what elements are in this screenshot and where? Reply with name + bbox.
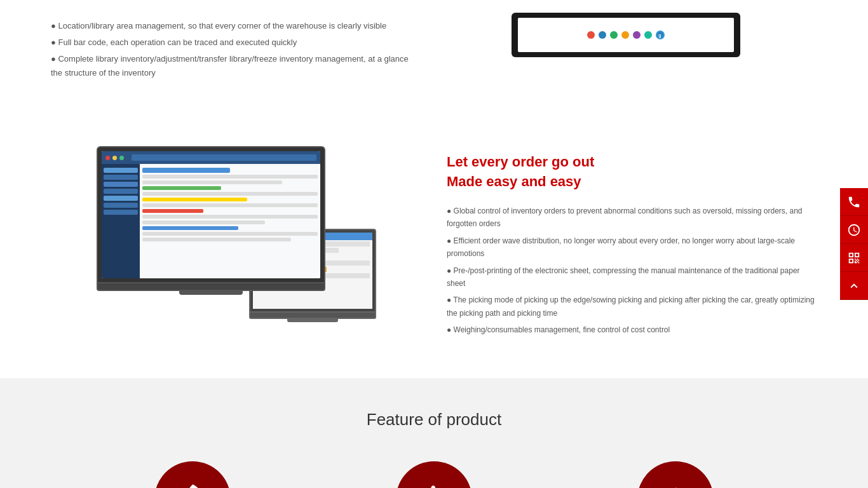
easy-to-use-icon-circle [396, 461, 472, 488]
feature-cards-container: Fast deployment No need to buy servers, … [51, 461, 817, 488]
top-right-image: g [447, 13, 817, 70]
middle-bullet-5: ● Weighing/consumables management, fine … [447, 323, 817, 336]
laptop-illustration [51, 146, 421, 337]
feature-card-low-threshold: ¥ Low usage threshold Low usage threshol… [574, 461, 777, 488]
laptop-mockup-container [97, 146, 376, 337]
feature-card-fast-deployment: Fast deployment No need to buy servers, … [91, 461, 294, 488]
fast-deployment-icon-circle [154, 461, 231, 488]
middle-bullet-4: ● The picking mode of picking up the edg… [447, 294, 817, 320]
clock-button[interactable] [840, 216, 868, 244]
clock-icon [847, 223, 861, 237]
section-title: Let every order go out Made easy and eas… [447, 152, 817, 192]
bullet-2: ● Full bar code, each operation can be t… [51, 36, 421, 50]
feature-section: Feature of product Fast deployment No ne… [0, 378, 868, 488]
phone-icon [847, 195, 861, 209]
bullet-1: ● Location/library area management, so t… [51, 19, 421, 33]
middle-bullet-1: ● Global control of inventory orders to … [447, 205, 817, 231]
qr-icon [847, 251, 861, 265]
middle-bullet-3: ● Pre-/post-printing of the electronic s… [447, 264, 817, 290]
laptop-front [97, 146, 325, 295]
feature-card-easy-to-use: Easy to use Self-service implementation,… [332, 461, 536, 488]
tablet-mockup: g [512, 13, 753, 70]
up-arrow-icon [847, 279, 861, 293]
money-bag-icon: ¥ [658, 482, 693, 488]
middle-bullet-list: ● Global control of inventory orders to … [447, 205, 817, 337]
top-left-content: ● Location/library area management, so t… [51, 13, 421, 83]
qr-button[interactable] [840, 244, 868, 272]
hand-pointer-icon [417, 482, 452, 488]
middle-right-content: Let every order go out Made easy and eas… [447, 146, 817, 340]
phone-button[interactable] [840, 188, 868, 216]
bullet-3: ● Complete library inventory/adjustment/… [51, 52, 421, 80]
rocket-icon [175, 482, 210, 488]
middle-bullet-2: ● Efficient order wave distribution, no … [447, 234, 817, 261]
side-buttons-panel [840, 188, 868, 300]
top-section: ● Location/library area management, so t… [0, 0, 868, 121]
scroll-top-button[interactable] [840, 272, 868, 300]
feature-section-title: Feature of product [51, 410, 817, 430]
middle-section: Let every order go out Made easy and eas… [0, 121, 868, 378]
low-threshold-icon-circle: ¥ [637, 461, 714, 488]
